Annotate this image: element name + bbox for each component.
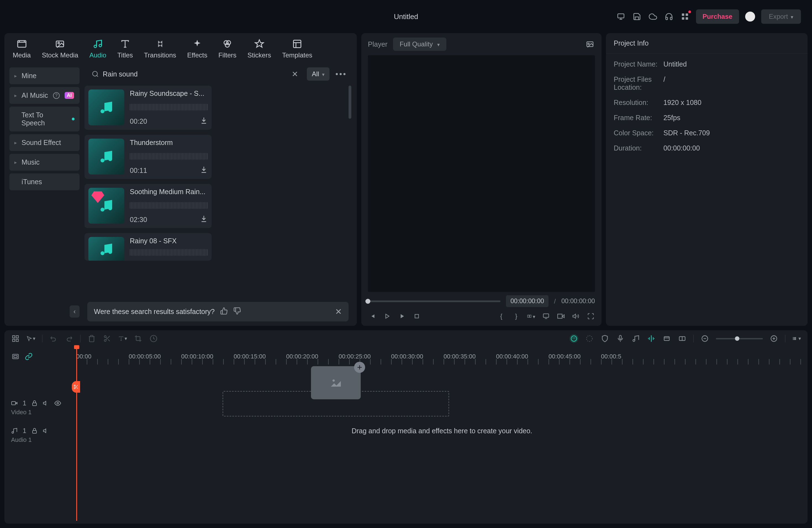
tab-titles[interactable]: Titles: [117, 39, 133, 59]
tab-filters[interactable]: Filters: [218, 39, 236, 59]
music-note-icon[interactable]: [632, 334, 640, 343]
apps-icon[interactable]: [680, 12, 690, 21]
mute-icon[interactable]: [43, 427, 49, 434]
color-wheel-icon[interactable]: [585, 334, 594, 343]
monitor-icon[interactable]: [542, 312, 550, 320]
playhead-cut-icon[interactable]: [72, 381, 80, 393]
eye-icon[interactable]: [54, 400, 61, 407]
audio-enhance-icon[interactable]: [647, 334, 656, 343]
svg-point-20: [108, 206, 112, 210]
split-button[interactable]: [103, 334, 112, 343]
mic-icon[interactable]: [616, 334, 625, 343]
undo-button[interactable]: [49, 334, 58, 343]
clear-search-button[interactable]: ✕: [292, 70, 298, 79]
thumbs-down-button[interactable]: [233, 307, 241, 317]
fullscreen-icon[interactable]: [586, 312, 595, 320]
tab-stock-media[interactable]: Stock Media: [42, 39, 78, 59]
player-canvas[interactable]: [368, 55, 595, 292]
sidebar-item-mine[interactable]: ▸Mine: [10, 68, 79, 84]
sidebar-item-itunes[interactable]: iTunes: [10, 173, 79, 190]
tab-effects[interactable]: Effects: [187, 39, 207, 59]
sidebar-item-ai-music[interactable]: ▸AI Music?AI: [10, 87, 79, 104]
svg-point-39: [586, 336, 592, 342]
mute-icon[interactable]: [43, 400, 49, 407]
stop-button[interactable]: [412, 312, 421, 320]
progress-bar[interactable]: [368, 300, 501, 302]
play-button[interactable]: [398, 312, 406, 320]
avatar[interactable]: [745, 12, 755, 21]
audio-result[interactable]: Rainy Soundscape - S... 00:20: [85, 86, 212, 130]
zoom-out-button[interactable]: [700, 334, 709, 343]
scrollbar[interactable]: [349, 86, 351, 299]
new-indicator: [72, 118, 75, 120]
audio-result[interactable]: Thunderstorm 00:11: [85, 135, 212, 179]
text-icon[interactable]: [118, 334, 127, 343]
purchase-button[interactable]: Purchase: [696, 10, 739, 24]
filter-dropdown[interactable]: All: [307, 68, 330, 80]
playhead[interactable]: [76, 347, 77, 521]
video-track-header[interactable]: 1 Video 1: [4, 394, 76, 421]
pi-label: Project Name:: [614, 60, 663, 68]
export-button[interactable]: Export: [761, 10, 801, 24]
delete-button[interactable]: [87, 334, 96, 343]
lock-icon[interactable]: [31, 400, 38, 407]
ai-face-icon[interactable]: [569, 334, 578, 343]
audio-result[interactable]: Soothing Medium Rain... 02:30: [85, 184, 212, 228]
link-tracks-icon[interactable]: [24, 352, 33, 361]
audio-result[interactable]: Rainy 08 - SFX: [85, 233, 212, 261]
add-media-button[interactable]: +: [354, 362, 365, 373]
more-options-button[interactable]: •••: [334, 70, 349, 78]
aspect-icon[interactable]: [678, 334, 686, 343]
sidebar-collapse-button[interactable]: ‹: [70, 305, 79, 318]
sidebar-item-music[interactable]: ▸Music: [10, 154, 79, 171]
svg-rect-55: [14, 356, 17, 357]
list-view-icon[interactable]: [792, 334, 801, 343]
volume-icon[interactable]: [572, 312, 580, 320]
prev-frame-button[interactable]: [368, 312, 376, 320]
shield-icon[interactable]: [600, 334, 609, 343]
drop-zone[interactable]: [222, 391, 449, 416]
brace-close-icon[interactable]: }: [512, 312, 520, 320]
feedback-close-button[interactable]: ✕: [335, 307, 342, 317]
selection-tool-icon[interactable]: [27, 334, 35, 343]
svg-point-58: [57, 402, 59, 404]
audio-track-header[interactable]: 1 Audio 1: [4, 421, 76, 449]
download-button[interactable]: [200, 215, 208, 224]
quality-dropdown[interactable]: Full Quality: [393, 38, 446, 51]
svg-point-9: [99, 44, 102, 47]
crop-icon[interactable]: [134, 334, 143, 343]
save-icon[interactable]: [632, 12, 642, 21]
timeline-snap-icon[interactable]: [11, 352, 20, 361]
tab-media[interactable]: Media: [13, 39, 31, 59]
keyframe-icon[interactable]: [662, 334, 671, 343]
svg-rect-60: [33, 430, 37, 433]
display-icon[interactable]: [616, 12, 626, 21]
sidebar-item-tts[interactable]: Text To Speech: [10, 107, 79, 131]
tab-stickers[interactable]: Stickers: [247, 39, 271, 59]
tab-templates[interactable]: Templates: [282, 39, 312, 59]
help-icon[interactable]: ?: [53, 92, 60, 99]
zoom-in-button[interactable]: [769, 334, 778, 343]
headphones-icon[interactable]: [664, 12, 674, 21]
step-back-button[interactable]: [383, 312, 391, 320]
redo-button[interactable]: [64, 334, 73, 343]
snapshot-icon[interactable]: [585, 39, 595, 49]
thumbs-up-button[interactable]: [220, 307, 228, 317]
tab-transitions[interactable]: Transitions: [144, 39, 176, 59]
search-input[interactable]: [103, 70, 288, 78]
svg-rect-1: [682, 14, 684, 16]
zoom-slider[interactable]: [716, 338, 763, 339]
download-button[interactable]: [200, 166, 208, 175]
time-ruler[interactable]: 00:0000:00:05:0000:00:10:0000:00:15:0000…: [76, 347, 808, 366]
lock-icon[interactable]: [31, 427, 38, 434]
compare-icon[interactable]: [527, 312, 535, 320]
cloud-icon[interactable]: [648, 12, 658, 21]
tab-audio[interactable]: Audio: [89, 39, 106, 59]
camera-icon[interactable]: [557, 312, 565, 320]
track-area[interactable]: + Drag and drop media and effects here t…: [76, 366, 808, 518]
grid-icon[interactable]: [11, 334, 20, 343]
speed-icon[interactable]: [149, 334, 158, 343]
download-button[interactable]: [200, 117, 208, 126]
brace-open-icon[interactable]: {: [497, 312, 505, 320]
sidebar-item-sound-effect[interactable]: ▸Sound Effect: [10, 134, 79, 151]
